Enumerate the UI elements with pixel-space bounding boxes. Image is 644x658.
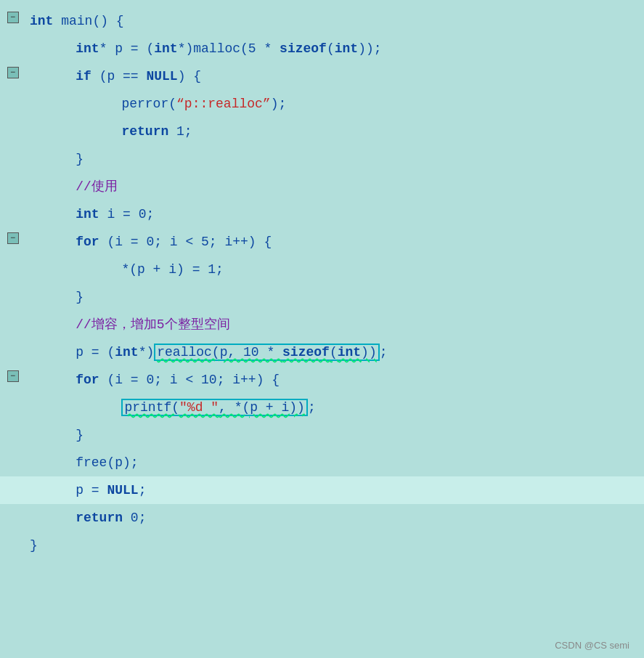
code-line-6: }	[0, 145, 644, 173]
code-line-10: *(p + i) = 1;	[0, 256, 644, 283]
line-content-19: return 0;	[40, 504, 644, 532]
code-line-16: }	[0, 421, 644, 449]
line-content-1: int main() {	[25, 7, 644, 35]
fold-col-18	[0, 476, 25, 481]
fold-col-15	[0, 394, 25, 398]
fold-col-14[interactable]: −	[0, 366, 25, 382]
code-line-15: printf("%d ", *(p + i));	[0, 394, 644, 421]
fold-btn-14[interactable]: −	[7, 370, 19, 382]
fold-col-11	[0, 283, 25, 288]
fold-col-5	[0, 118, 25, 122]
fold-col-4	[0, 90, 25, 94]
line-content-5: return 1;	[54, 118, 644, 145]
code-line-17: free(p);	[0, 449, 644, 476]
line-content-2: int* p = (int*)malloc(5 * sizeof(int));	[40, 35, 644, 62]
line-content-7: //使用	[40, 173, 644, 200]
fold-btn-9[interactable]: −	[7, 232, 19, 244]
line-content-17: free(p);	[40, 449, 644, 476]
fold-col-12	[0, 311, 25, 315]
line-content-9: for (i = 0; i < 5; i++) {	[40, 228, 644, 256]
line-content-12: //增容，增加5个整型空间	[40, 311, 644, 338]
line-content-11: }	[40, 283, 644, 311]
fold-btn-3[interactable]: −	[7, 67, 19, 78]
fold-btn-1[interactable]: −	[7, 12, 19, 23]
line-content-14: for (i = 0; i < 10; i++) {	[40, 366, 644, 394]
fold-col-1[interactable]: −	[0, 7, 25, 23]
fold-col-20	[0, 532, 25, 536]
code-line-12: //增容，增加5个整型空间	[0, 311, 644, 338]
code-line-1: − int main() {	[0, 7, 644, 35]
code-line-18: p = NULL;	[0, 476, 644, 504]
code-line-11: }	[0, 283, 644, 311]
code-line-7: //使用	[0, 173, 644, 200]
code-line-14: − for (i = 0; i < 10; i++) {	[0, 366, 644, 394]
fold-col-3[interactable]: −	[0, 62, 25, 78]
line-content-16: }	[40, 421, 644, 449]
watermark: CSDN @CS semi	[555, 640, 629, 651]
code-line-4: perror(“p::realloc”);	[0, 90, 644, 118]
fold-col-17	[0, 449, 25, 453]
code-line-5: return 1;	[0, 118, 644, 145]
line-content-8: int i = 0;	[40, 200, 644, 228]
code-line-9: − for (i = 0; i < 5; i++) {	[0, 228, 644, 256]
fold-col-16	[0, 421, 25, 426]
code-line-8: int i = 0;	[0, 200, 644, 228]
line-content-6: }	[40, 145, 644, 173]
code-line-2: int* p = (int*)malloc(5 * sizeof(int));	[0, 35, 644, 62]
line-content-18: p = NULL;	[40, 476, 644, 504]
code-line-19: return 0;	[0, 504, 644, 532]
fold-col-6	[0, 145, 25, 150]
line-content-13: p = (int*)realloc(p, 10 * sizeof(int));	[40, 338, 644, 366]
line-content-20: }	[25, 532, 644, 559]
code-line-3: − if (p == NULL) {	[0, 62, 644, 90]
fold-col-2	[0, 35, 25, 39]
line-content-4: perror(“p::realloc”);	[54, 90, 644, 118]
code-line-13: p = (int*)realloc(p, 10 * sizeof(int));	[0, 338, 644, 366]
line-content-15: printf("%d ", *(p + i));	[54, 394, 644, 421]
fold-col-19	[0, 504, 25, 508]
fold-col-10	[0, 256, 25, 260]
code-line-20: }	[0, 532, 644, 559]
fold-col-8	[0, 200, 25, 205]
line-content-3: if (p == NULL) {	[40, 62, 644, 90]
code-container: − int main() { int* p = (int*)malloc(5 *…	[0, 0, 644, 658]
fold-col-7	[0, 173, 25, 177]
line-content-10: *(p + i) = 1;	[54, 256, 644, 283]
fold-col-9[interactable]: −	[0, 228, 25, 244]
fold-col-13	[0, 338, 25, 343]
